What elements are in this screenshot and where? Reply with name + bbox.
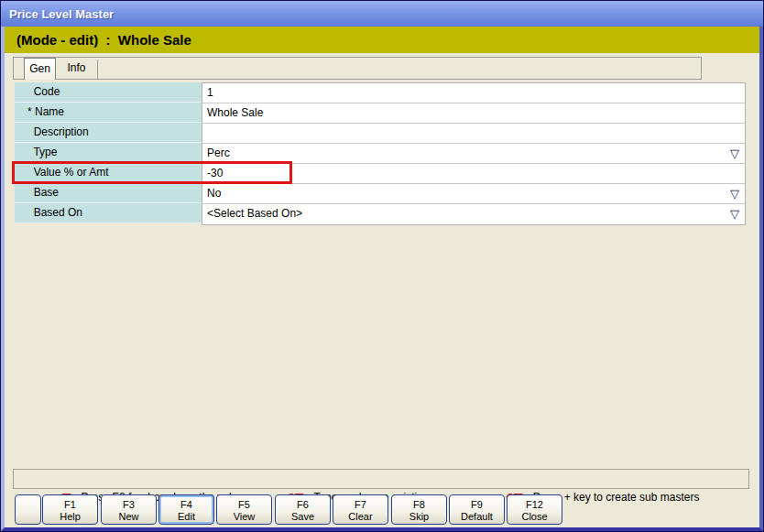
f8-skip-button[interactable]: F8Skip [391,494,447,525]
legend-bar: ▽- Press F2 for drop-down the value ⊘▽- … [13,469,749,489]
f3-new-button[interactable]: F3New [101,494,157,525]
f12-close-button[interactable]: F12Close [507,494,562,525]
f1-label: Help [60,511,81,522]
f5-key: F5 [238,499,250,510]
titlebar[interactable]: Price Level Master [1,1,763,27]
window-frame [1,1,763,531]
form-value-column: 1 Whole Sale Perc▽ -30 No▽ <Select Based… [202,82,746,225]
field-type[interactable]: Perc▽ [202,144,745,164]
f4-label: Edit [178,511,195,522]
f12-label: Close [521,511,547,522]
dropdown-triangle-icon[interactable]: ▽ [730,144,739,164]
legend-type-or-choose: ⊘▽- Type or choose existing [268,470,430,488]
form-label-column: Code * Name Description Type Value % or … [15,82,202,223]
label-description: Description [15,123,202,143]
field-value-pct-or-amt-value: -30 [207,167,223,179]
tab-strip [13,57,702,80]
f4-edit-button[interactable]: F4Edit [158,494,214,525]
field-base[interactable]: No▽ [202,184,745,204]
f9-default-button[interactable]: F9Default [449,494,505,525]
label-base: Base [15,183,202,203]
f8-label: Skip [409,511,429,522]
f1-help-button[interactable]: F1Help [42,494,98,525]
field-based-on[interactable]: <Select Based On>▽ [202,204,745,224]
dropdown-triangle-icon[interactable]: ▽ [730,184,739,204]
field-name[interactable]: Whole Sale [202,103,745,124]
label-name: * Name [15,103,202,123]
f3-label: New [118,511,138,522]
label-value-pct-or-amt: Value % or Amt [15,163,202,183]
tab-info[interactable]: Info [56,60,98,79]
price-level-master-window: Price Level Master (Mode - edit) : Whole… [0,0,764,532]
function-button-row: F1Help F3New F4Edit F5View F6Save F7Clea… [0,494,764,525]
legend-dropdown: ▽- Press F2 for drop-down the value [44,470,244,488]
field-base-value: No [207,187,221,200]
f5-view-button[interactable]: F5View [216,494,272,525]
f5-label: View [234,511,256,522]
field-type-value: Perc [207,147,230,159]
f1-key: F1 [64,499,76,510]
blank-button[interactable] [15,494,41,525]
field-name-value: Whole Sale [207,106,263,119]
f7-key: F7 [355,499,366,510]
f7-label: Clear [348,511,372,522]
mode-bar: (Mode - edit) : Whole Sale [5,27,759,53]
field-based-on-value: <Select Based On> [207,207,302,220]
f4-key: F4 [180,499,192,510]
tab-gen[interactable]: Gen [24,58,56,80]
field-code-value: 1 [207,86,213,99]
label-code: Code [15,82,202,103]
field-value-pct-or-amt[interactable]: -30 [202,164,745,184]
legend-create-sub-masters: ⊕▽- Press + key to create sub masters [487,470,699,488]
f9-label: Default [461,511,493,522]
f12-key: F12 [526,499,543,510]
field-code[interactable]: 1 [202,83,745,103]
mode-text: (Mode - edit) : Whole Sale [5,32,191,48]
f6-key: F6 [297,499,309,510]
f3-key: F3 [123,499,135,510]
f7-clear-button[interactable]: F7Clear [333,494,388,525]
label-type: Type [15,143,202,163]
f6-label: Save [291,511,314,522]
f8-key: F8 [413,499,425,510]
field-description[interactable] [202,124,745,144]
label-based-on: Based On [15,203,202,223]
f6-save-button[interactable]: F6Save [275,494,331,525]
f9-key: F9 [471,499,483,510]
dropdown-triangle-icon[interactable]: ▽ [730,204,739,224]
window-title: Price Level Master [1,7,114,21]
